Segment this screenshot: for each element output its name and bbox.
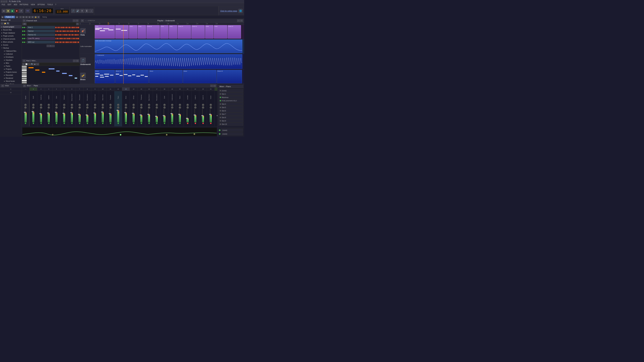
sidebar-item-clipboard[interactable]: ▶ Clipboard files [0,49,22,52]
pad[interactable] [60,38,61,39]
clip-viola-12[interactable]: Viola #3 [228,25,241,38]
mixer-channel-21[interactable]: Invisible [184,91,192,126]
pad[interactable] [55,41,56,43]
mix-fader-knob-23[interactable] [202,115,204,116]
mix-knob-pan-14[interactable] [132,106,135,109]
mix-fader-15[interactable] [140,109,141,122]
mix-fader-knob-4[interactable] [55,112,57,113]
mix-active-19[interactable] [172,123,173,124]
min-btn[interactable]: — [3,0,5,2]
mix-knob-pan-0[interactable] [24,106,27,109]
clip-brass-1[interactable]: Brass [95,70,115,83]
mix-fader-knob-2[interactable] [40,113,42,114]
track-content-viola[interactable]: Viola [95,25,244,39]
clip-underworld-1[interactable]: ↔ Underworld [95,54,242,69]
ch-name-4[interactable]: MIDI out [27,41,55,43]
sidebar-item-backup[interactable]: ▼ Backup [0,46,22,49]
time-sig-display[interactable]: 3:2 [25,9,30,13]
mix-active-17[interactable] [156,123,158,124]
pad[interactable] [55,34,56,36]
pad[interactable] [66,41,67,43]
pad[interactable] [66,27,67,28]
mix-knob-send-12[interactable] [117,104,120,106]
clip-viola-10[interactable]: Viola [205,25,214,38]
menu-tools[interactable]: TOOLS [46,3,54,6]
sidebar-item-mixer-presets[interactable]: ▶ Mixer presets [0,40,22,43]
menu-options[interactable]: OPTIONS [36,3,46,6]
clip-brass-4[interactable]: Brass [183,70,216,83]
mixer-channel-4[interactable]: Cello [53,91,60,126]
mix-fader-17[interactable] [156,109,156,122]
pad[interactable] [75,27,76,28]
pad[interactable] [73,34,75,36]
pattern-button[interactable]: Pattern 28 [4,16,15,18]
pad[interactable] [61,30,62,32]
pat-tool-1[interactable]: ≡ [19,16,22,18]
mix-fader-knob-19[interactable] [170,113,172,114]
mix-knob-pan-1[interactable] [32,106,34,109]
clip-viola-11[interactable]: Viola [214,25,227,38]
mix-close[interactable]: × [1,85,4,87]
pad[interactable] [78,41,79,43]
ch-solo-dot[interactable] [26,30,27,32]
sidebar-item-sliced-beats[interactable]: ▶ Sliced beats [0,80,22,83]
pad[interactable] [76,34,78,36]
menu-add[interactable]: ADD [13,3,18,6]
ch-name-3[interactable]: Love Ph..uency [27,37,55,40]
menu-patterns[interactable]: PATTERNS [18,3,29,6]
mix-knob-send-22[interactable] [194,104,196,106]
mix-knob-send-25[interactable] [217,104,218,106]
pad[interactable] [67,34,68,36]
sidebar-item-impulses[interactable]: ▶ Impulses [0,58,22,61]
mix-active-13[interactable] [125,123,126,124]
mix-knob-send-2[interactable] [40,104,42,106]
ch-active-dot2[interactable] [24,41,25,43]
mix-knob-send-6[interactable] [71,104,73,106]
pr-max[interactable]: □ [76,60,79,62]
mix-active-12[interactable] [118,123,119,124]
mix-knob-pan-10[interactable] [102,106,104,109]
mix-knob-send-23[interactable] [202,104,204,106]
pad[interactable] [61,38,62,39]
mix-fader-18[interactable] [164,109,164,122]
clip-viola-1[interactable]: Viola [95,25,115,38]
track-content-underworld[interactable]: ↔ Underworld [95,54,244,69]
sidebar-item-channel-presets[interactable]: ▶ Channel presets [0,37,22,40]
mix-fader-23[interactable] [202,109,203,122]
mix-knob-pan-8[interactable] [86,106,88,109]
mix-active-14[interactable] [133,123,134,124]
mix-knob-send-14[interactable] [132,104,135,106]
menu-edit[interactable]: EDIT [6,3,12,6]
mix-active-20[interactable] [179,123,180,124]
plugin-slot-8[interactable]: Slot 8 [218,116,243,119]
mix-fader-knob-21[interactable] [186,118,188,119]
clip-cello-1[interactable]: Cello Automation envelope [95,39,242,53]
pat-tool-3[interactable]: ⊟ [25,16,28,18]
mix-knob-pan-11[interactable] [109,106,112,109]
mix-fader-9[interactable] [94,109,95,122]
pad[interactable] [72,34,73,36]
mix-active-6[interactable] [71,123,72,124]
right-panel-dot-2[interactable] [219,133,220,135]
ch-rack-min[interactable]: − [73,19,76,22]
pad[interactable] [72,30,73,32]
pad[interactable] [55,30,56,32]
pad[interactable] [57,41,58,43]
pad[interactable] [73,27,75,28]
pat-tool-2[interactable]: ⊞ [22,16,25,18]
mix-fader-20[interactable] [179,109,180,122]
mix-fader-knob-15[interactable] [140,114,142,115]
mixer-channel-15[interactable]: Thingness [138,91,145,126]
pad[interactable] [70,41,72,43]
pad[interactable] [70,34,72,36]
mixer-channel-14[interactable]: Strings [130,91,138,126]
mix-fader-knob-11[interactable] [109,113,111,114]
mixer-channel-11[interactable]: Trumpets [107,91,114,126]
mix-knob-pan-15[interactable] [140,106,142,109]
mix-active-10[interactable] [102,123,104,124]
tool-btn-3[interactable]: 🎚 [80,9,84,13]
menu-help[interactable]: ? [54,3,57,6]
plugin-slot-5[interactable]: Slot 5 [218,106,243,109]
ch-solo-dot[interactable] [26,27,27,28]
sidebar-search-btn[interactable]: 🔍 [7,22,10,25]
